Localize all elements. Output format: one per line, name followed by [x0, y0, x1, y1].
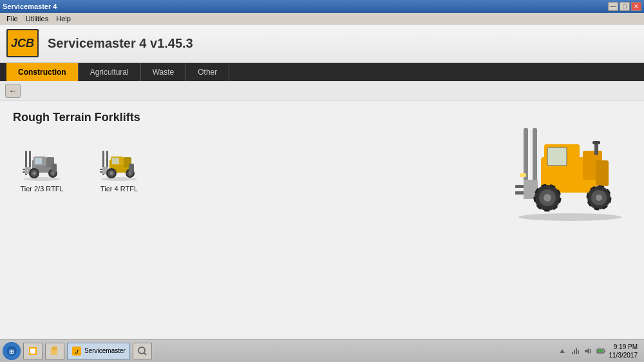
tab-agricultural[interactable]: Agricultural [79, 63, 141, 81]
item-tier23-rtfl[interactable]: Tier 2/3 RTFL [13, 144, 71, 193]
svg-line-66 [144, 353, 146, 355]
tier23-rtfl-label: Tier 2/3 RTFL [20, 185, 63, 193]
main-content: Rough Terrain Forklifts [0, 100, 644, 358]
tray-volume-icon [583, 347, 592, 356]
system-tray: 9:19 PM 11/3/2017 [558, 343, 642, 359]
svg-rect-6 [596, 160, 609, 186]
menu-help[interactable]: Help [52, 15, 75, 23]
svg-rect-60 [30, 348, 35, 354]
svg-point-65 [138, 347, 145, 354]
svg-rect-69 [574, 350, 575, 354]
hero-image [502, 107, 631, 223]
tier4-rtfl-icon [93, 144, 145, 182]
taskbar-item-search[interactable] [133, 343, 152, 359]
tier23-rtfl-icon [16, 144, 68, 182]
tab-construction[interactable]: Construction [6, 63, 79, 81]
toolbar-row: ← [0, 81, 644, 100]
svg-rect-27 [35, 158, 42, 164]
svg-point-55 [110, 171, 113, 175]
svg-rect-44 [112, 158, 119, 164]
hero-forklift-icon [506, 109, 628, 222]
menu-file[interactable]: File [3, 15, 22, 23]
svg-rect-4 [547, 148, 567, 166]
taskbar-item-servicemaster[interactable]: J Servicemaster [67, 343, 130, 359]
app-title: Servicemaster 4 v1.45.3 [48, 36, 193, 51]
title-bar-buttons: — □ ✕ [608, 2, 641, 11]
svg-rect-56 [129, 164, 134, 173]
nav-tabs: Construction Agricultural Waste Other [0, 63, 644, 81]
svg-marker-67 [560, 349, 565, 353]
tab-other[interactable]: Other [186, 63, 229, 81]
svg-rect-62 [52, 347, 57, 350]
jcb-logo: JCB [6, 29, 39, 57]
svg-rect-71 [578, 350, 579, 354]
tab-waste[interactable]: Waste [141, 63, 187, 81]
start-button[interactable]: ⊞ [3, 342, 21, 360]
svg-rect-39 [52, 164, 57, 173]
taskbar-item-files[interactable] [45, 343, 64, 359]
svg-rect-22 [520, 173, 526, 177]
maximize-button[interactable]: □ [620, 2, 630, 11]
close-button[interactable]: ✕ [631, 2, 641, 11]
tier4-rtfl-label: Tier 4 RTFL [100, 185, 138, 193]
title-bar: Servicemaster 4 — □ ✕ [0, 0, 644, 13]
svg-rect-21 [592, 141, 600, 144]
tray-network-icon [571, 347, 580, 356]
back-button[interactable]: ← [5, 84, 21, 98]
taskbar-app-label: Servicemaster [84, 347, 126, 354]
window-title: Servicemaster 4 [3, 3, 57, 10]
tray-battery-icon [596, 347, 605, 356]
minimize-button[interactable]: — [608, 2, 618, 11]
menu-bar: File Utilities Help [0, 13, 644, 24]
taskbar-item-explorer[interactable] [23, 343, 43, 359]
svg-point-0 [518, 213, 621, 221]
tray-arrow-icon [558, 347, 567, 356]
svg-marker-72 [585, 348, 589, 354]
taskbar: ⊞ J Servicemaster [0, 339, 644, 362]
svg-rect-74 [604, 350, 605, 352]
svg-point-17 [544, 194, 551, 202]
content-area: Rough Terrain Forklifts [0, 100, 644, 358]
svg-point-23 [24, 177, 60, 181]
svg-rect-70 [576, 348, 577, 354]
svg-point-40 [101, 177, 137, 181]
item-tier4-rtfl[interactable]: Tier 4 RTFL [90, 144, 148, 193]
svg-text:⊞: ⊞ [9, 348, 14, 355]
app-header: JCB Servicemaster 4 v1.45.3 [0, 24, 644, 63]
svg-point-38 [33, 171, 36, 175]
svg-rect-75 [598, 350, 603, 352]
tray-clock: 9:19 PM 11/3/2017 [609, 343, 638, 359]
menu-utilities[interactable]: Utilities [22, 15, 52, 23]
svg-point-14 [596, 195, 602, 201]
svg-rect-68 [572, 352, 573, 354]
